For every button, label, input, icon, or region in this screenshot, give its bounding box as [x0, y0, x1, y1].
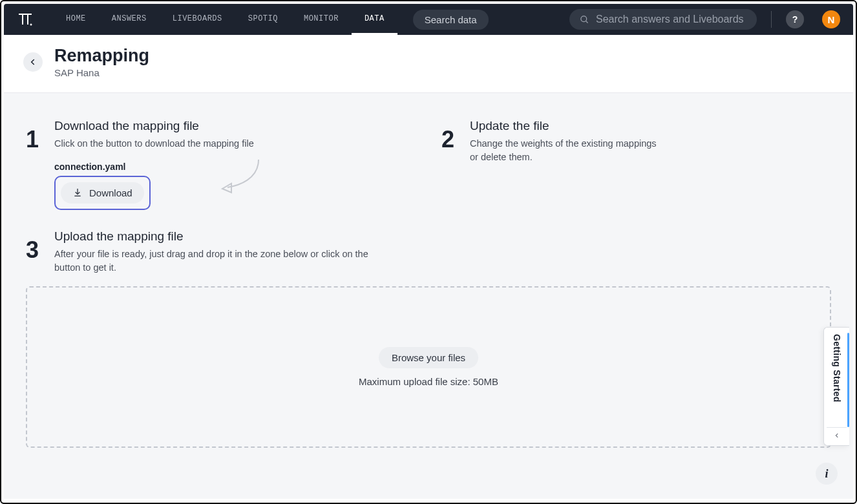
dropzone-note: Maximum upload file size: 50MB: [359, 376, 498, 387]
nav-item-liveboards[interactable]: LIVEBOARDS: [160, 4, 235, 35]
step-3-number: 3: [26, 238, 44, 275]
step-1-title: Download the mapping file: [54, 119, 254, 133]
content-area: 1 Download the mapping file Click on the…: [4, 93, 853, 499]
chevron-left-icon: [834, 432, 840, 439]
global-search[interactable]: Search answers and Liveboards: [569, 9, 757, 30]
nav-item-spotiq[interactable]: SPOTIQ: [235, 4, 291, 35]
svg-point-3: [30, 24, 32, 26]
nav-item-answers[interactable]: ANSWERS: [99, 4, 160, 35]
step-1: 1 Download the mapping file Click on the…: [26, 119, 416, 151]
top-nav: HOMEANSWERSLIVEBOARDSSPOTIQMONITORDATA S…: [4, 4, 853, 35]
search-icon: [580, 15, 589, 25]
back-button[interactable]: [23, 52, 43, 72]
svg-point-4: [581, 16, 587, 21]
step-1-desc: Click on the button to download the mapp…: [54, 137, 254, 151]
download-button[interactable]: Download: [61, 182, 144, 204]
getting-started-panel[interactable]: Getting Started: [823, 327, 849, 446]
download-button-label: Download: [89, 187, 132, 198]
download-button-highlight: Download: [54, 176, 151, 210]
page-subtitle: SAP Hana: [54, 67, 149, 78]
nav-item-data[interactable]: DATA: [352, 4, 397, 35]
download-icon: [72, 187, 83, 198]
browse-files-button[interactable]: Browse your files: [379, 347, 478, 368]
step-2-desc: Change the weights of the existing mappi…: [470, 137, 664, 164]
getting-started-collapse[interactable]: [827, 427, 847, 443]
avatar[interactable]: N: [822, 10, 840, 28]
step-1-number: 1: [26, 128, 44, 151]
mapping-file-name: connection.yaml: [54, 162, 416, 172]
nav-item-monitor[interactable]: MONITOR: [291, 4, 352, 35]
info-fab[interactable]: i: [816, 463, 838, 485]
step-3-desc: After your file is ready, just drag and …: [54, 247, 390, 275]
step-3-title: Upload the mapping file: [54, 229, 390, 244]
step-2-title: Update the file: [470, 119, 664, 133]
primary-nav: HOMEANSWERSLIVEBOARDSSPOTIQMONITORDATA: [53, 4, 397, 35]
page-title: Remapping: [54, 47, 149, 66]
app-logo[interactable]: [17, 11, 34, 28]
getting-started-label: Getting Started: [832, 334, 842, 403]
upload-dropzone[interactable]: Browse your files Maximum upload file si…: [26, 286, 831, 448]
chevron-left-icon: [28, 58, 37, 67]
global-search-placeholder: Search answers and Liveboards: [596, 14, 744, 25]
nav-item-home[interactable]: HOME: [53, 4, 99, 35]
search-data-button[interactable]: Search data: [413, 10, 489, 30]
divider: [771, 11, 772, 28]
help-button[interactable]: ?: [786, 10, 804, 28]
step-2-number: 2: [441, 128, 460, 164]
svg-line-5: [586, 21, 587, 23]
page-header: Remapping SAP Hana: [4, 35, 853, 93]
step-2: 2 Update the file Change the weights of …: [441, 119, 831, 164]
step-3: 3 Upload the mapping file After your fil…: [26, 229, 831, 275]
